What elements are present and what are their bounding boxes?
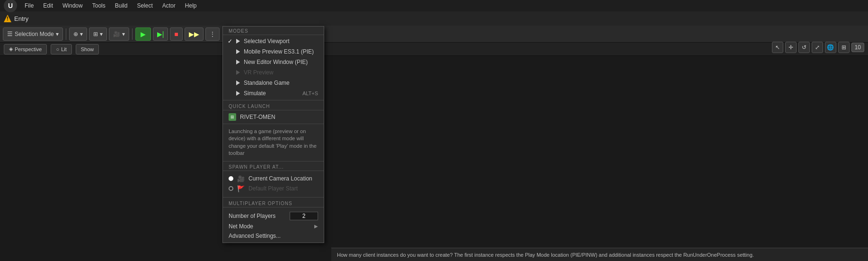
transform-arrow: ▾ <box>80 31 83 37</box>
menu-file[interactable]: File <box>21 1 37 10</box>
mode-mobile-preview-label: Mobile Preview ES3.1 (PIE) <box>244 48 314 55</box>
radio-current-camera <box>229 176 233 181</box>
mode-new-editor-window[interactable]: New Editor Window (PIE) <box>223 57 324 67</box>
warning-icon: ! <box>4 15 11 22</box>
mode-new-editor-window-label: New Editor Window (PIE) <box>244 59 308 65</box>
play-dropdown-menu: MODES ✓ Selected Viewport Mobile Preview… <box>222 26 324 243</box>
play-arrow-icon-2 <box>236 49 240 54</box>
menu-select[interactable]: Select <box>133 1 156 10</box>
separator-spawn-multiplayer <box>223 197 324 198</box>
app-logo: U <box>4 0 17 12</box>
simulate-shortcut: ALT+S <box>302 90 318 96</box>
modes-section-label: MODES <box>223 27 324 35</box>
mode-selected-viewport-label: Selected Viewport <box>244 38 290 45</box>
skip-button[interactable]: ▶▶ <box>185 27 204 41</box>
mode-vr-preview-label: VR Preview <box>244 69 274 76</box>
tooltip-bar: How many client instances do you want to… <box>331 248 868 261</box>
scale-icon-btn[interactable]: ⤢ <box>812 42 823 53</box>
snap-arrow: ▾ <box>100 31 103 37</box>
mode-vr-preview: VR Preview <box>223 67 324 78</box>
selection-mode-arrow: ▾ <box>56 31 59 37</box>
mode-simulate[interactable]: Simulate ALT+S <box>223 88 324 99</box>
title-bar: ! Entry <box>0 11 868 26</box>
rotate-icon-btn[interactable]: ↺ <box>798 42 810 53</box>
menu-actor[interactable]: Actor <box>159 1 179 10</box>
mode-simulate-label: Simulate <box>244 90 266 97</box>
snap-button[interactable]: ⊞ ▾ <box>89 27 107 41</box>
net-mode-arrow: ▶ <box>314 224 318 229</box>
right-toolbar: ↖ ✛ ↺ ⤢ 🌐 ⊞ 10 <box>772 42 864 53</box>
selection-mode-button[interactable]: ☰ Selection Mode ▾ <box>3 27 63 41</box>
play-arrow-icon <box>236 39 240 44</box>
perspective-button[interactable]: ◈ Perspective <box>4 44 47 54</box>
device-icon: ⊞ <box>229 113 236 121</box>
menu-bar: U File Edit Window Tools Build Select Ac… <box>0 0 868 11</box>
multiplayer-section-label: MULTIPLAYER OPTIONS <box>223 199 324 207</box>
perspective-label: Perspective <box>15 46 42 52</box>
transform-button[interactable]: ⊕ ▾ <box>69 27 87 41</box>
skip-icon: ▶▶ <box>189 30 199 38</box>
player-start-icon: 🚩 <box>237 185 245 192</box>
mode-standalone-game-label: Standalone Game <box>244 80 290 86</box>
play-arrow-icon-3 <box>236 60 240 64</box>
number-of-players-input[interactable] <box>290 212 318 220</box>
advanced-settings-link[interactable]: Advanced Settings... <box>223 231 324 241</box>
spawn-current-camera-label: Current Camera Location <box>248 175 312 182</box>
grid-size-badge: 10 <box>851 43 864 52</box>
info-box: Launching a game (preview or on device) … <box>223 124 324 162</box>
show-label: Show <box>81 46 94 52</box>
more-button[interactable]: ⋮ <box>205 27 220 41</box>
lit-label: Lit <box>61 46 67 52</box>
mode-standalone-game[interactable]: Standalone Game <box>223 78 324 88</box>
spawn-section-label: SPAWN PLAYER AT... <box>223 162 324 171</box>
selection-mode-label: Selection Mode <box>15 31 54 37</box>
menu-help[interactable]: Help <box>181 1 201 10</box>
move-icon-btn[interactable]: ✛ <box>785 42 797 53</box>
stop-button[interactable]: ■ <box>170 27 182 41</box>
play-arrow-icon-4 <box>236 70 240 75</box>
step-button[interactable]: ▶| <box>153 27 168 41</box>
tooltip-text: How many client instances do you want to… <box>337 252 754 258</box>
net-mode-row[interactable]: Net Mode ▶ <box>223 222 324 231</box>
quick-launch-rivet-omen[interactable]: ⊞ RIVET-OMEN <box>223 111 324 123</box>
info-text: Launching a game (preview or on device) … <box>229 128 317 156</box>
toolbar: ☰ Selection Mode ▾ ⊕ ▾ ⊞ ▾ 🎥 ▾ ▶ ▶| ■ ▶▶… <box>0 26 868 43</box>
mode-selected-viewport[interactable]: ✓ Selected Viewport <box>223 36 324 46</box>
radio-default-player <box>229 186 233 191</box>
transform-icon: ⊕ <box>73 31 78 37</box>
perspective-icon: ◈ <box>9 46 13 52</box>
advanced-settings-label: Advanced Settings... <box>229 233 281 239</box>
lit-button[interactable]: ○ Lit <box>51 44 71 54</box>
separator-modes-quicklaunch <box>223 100 324 100</box>
net-mode-label: Net Mode <box>229 223 310 230</box>
select-mode-icon-btn[interactable]: ↖ <box>772 42 783 53</box>
camera-icon: 🎥 <box>237 175 245 182</box>
number-of-players-label: Number of Players <box>229 213 286 219</box>
stop-icon: ■ <box>174 30 178 38</box>
show-button[interactable]: Show <box>76 44 99 54</box>
mode-mobile-preview[interactable]: Mobile Preview ES3.1 (PIE) <box>223 46 324 57</box>
separator-1 <box>66 28 66 40</box>
entry-label: Entry <box>14 15 28 22</box>
snap-icon: ⊞ <box>93 31 98 37</box>
spawn-current-camera[interactable]: 🎥 Current Camera Location <box>223 174 324 184</box>
play-arrow-icon-5 <box>236 81 240 85</box>
viewport-bar: ◈ Perspective ○ Lit Show <box>0 43 868 56</box>
spawn-default-player: 🚩 Default Player Start <box>223 184 324 194</box>
menu-tools[interactable]: Tools <box>89 1 109 10</box>
menu-build[interactable]: Build <box>111 1 132 10</box>
camera-speed-button[interactable]: 🎥 ▾ <box>109 27 129 41</box>
play-arrow-icon-6 <box>236 91 240 96</box>
quick-launch-section-label: QUICK LAUNCH <box>223 102 324 110</box>
play-button[interactable]: ▶ <box>135 27 151 41</box>
camera-speed-arrow: ▾ <box>122 31 125 37</box>
menu-window[interactable]: Window <box>59 1 87 10</box>
grid-icon-btn[interactable]: ⊞ <box>838 42 850 53</box>
separator-2 <box>132 28 133 40</box>
menu-edit[interactable]: Edit <box>39 1 57 10</box>
quick-launch-device-label: RIVET-OMEN <box>240 114 275 120</box>
world-icon-btn[interactable]: 🌐 <box>825 42 836 53</box>
more-icon: ⋮ <box>210 31 215 37</box>
entry-title: ! Entry <box>4 15 28 22</box>
multiplayer-section: Number of Players Net Mode ▶ Advanced Se… <box>223 208 324 243</box>
